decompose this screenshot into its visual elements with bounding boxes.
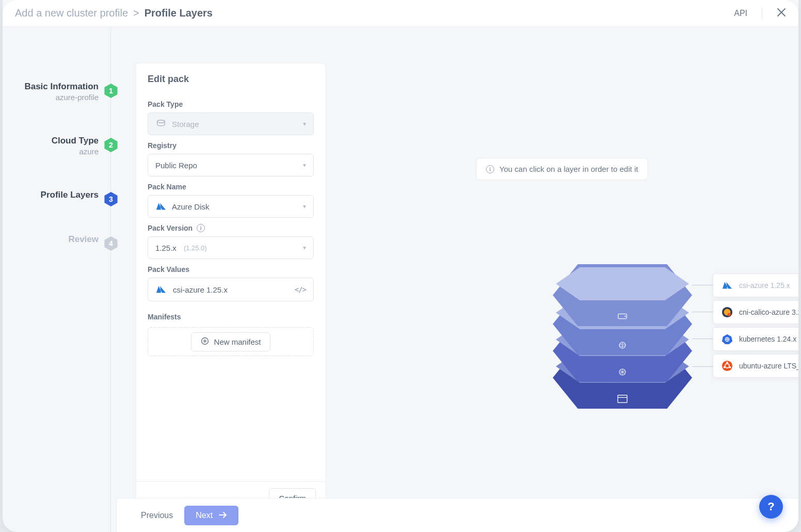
chevron-down-icon: ▾ bbox=[303, 120, 306, 127]
chevron-down-icon: ▾ bbox=[303, 203, 306, 210]
layer-card-kubernetes[interactable]: kubernetes 1.24.x Kubernetes bbox=[713, 327, 798, 351]
svg-point-8 bbox=[624, 316, 626, 317]
hint-chip: i You can click on a layer in order to e… bbox=[476, 158, 648, 180]
calico-icon bbox=[722, 307, 733, 318]
close-icon[interactable] bbox=[777, 8, 786, 19]
ubuntu-icon bbox=[722, 360, 733, 372]
azure-icon bbox=[155, 284, 167, 295]
layer-name: cni-calico-azure 3.24.x bbox=[739, 308, 798, 316]
header-divider bbox=[762, 8, 762, 19]
label-pack-type: Pack Type bbox=[148, 100, 314, 108]
label-pack-name: Pack Name bbox=[148, 183, 314, 191]
step-badge: 4 bbox=[104, 236, 118, 251]
arrow-right-icon bbox=[219, 511, 227, 520]
azure-icon bbox=[722, 280, 733, 291]
storage-icon bbox=[155, 118, 167, 130]
label-pack-values: Pack Values bbox=[148, 265, 314, 273]
disk-icon bbox=[617, 312, 628, 321]
helm-icon bbox=[617, 367, 628, 377]
select-pack-version[interactable]: 1.25.x (1.25.0) ▾ bbox=[148, 236, 314, 259]
layer-name: csi-azure 1.25.x bbox=[739, 281, 790, 289]
select-registry[interactable]: Public Repo ▾ bbox=[148, 154, 314, 176]
select-value: 1.25.x bbox=[155, 244, 177, 252]
info-icon[interactable]: i bbox=[197, 224, 205, 232]
select-pack-name[interactable]: Azure Disk ▾ bbox=[148, 195, 314, 218]
version-hint: (1.25.0) bbox=[184, 244, 207, 252]
label-registry: Registry bbox=[148, 141, 314, 150]
svg-point-11 bbox=[727, 313, 730, 316]
step-cloud-type[interactable]: Cloud Type azure 2 bbox=[3, 136, 117, 156]
layer-name: ubuntu-azure LTS__20.4.x bbox=[739, 362, 798, 370]
question-icon: ? bbox=[767, 500, 774, 513]
label-manifests: Manifests bbox=[148, 313, 314, 321]
layer-card-network[interactable]: cni-calico-azure 3.24.x Network bbox=[713, 300, 798, 324]
manifests-area: New manifest bbox=[148, 327, 314, 356]
select-value: Public Repo bbox=[155, 161, 197, 170]
kubernetes-icon bbox=[722, 333, 733, 345]
stack-layer-storage[interactable] bbox=[553, 264, 692, 326]
next-button[interactable]: Next bbox=[184, 506, 238, 525]
layer-card-os[interactable]: ubuntu-azure LTS__20.4.x OS bbox=[713, 354, 798, 378]
layer-visualization: i You can click on a layer in order to e… bbox=[326, 27, 798, 532]
pack-values-row[interactable]: csi-azure 1.25.x </> bbox=[148, 278, 314, 301]
edit-pack-panel: Edit pack Pack Type Storage ▾ Registry P… bbox=[136, 63, 326, 515]
svg-point-18 bbox=[724, 366, 726, 368]
step-profile-layers[interactable]: Profile Layers 3 bbox=[3, 190, 117, 200]
step-subtitle: azure-profile bbox=[24, 93, 99, 102]
breadcrumb-root[interactable]: Add a new cluster profile bbox=[15, 7, 128, 19]
select-pack-type[interactable]: Storage ▾ bbox=[148, 112, 314, 135]
step-title: Basic Information bbox=[24, 82, 99, 92]
breadcrumb-leaf: Profile Layers bbox=[145, 7, 213, 19]
chevron-down-icon: ▾ bbox=[303, 244, 306, 251]
step-title: Review bbox=[68, 234, 99, 245]
breadcrumb: Add a new cluster profile > Profile Laye… bbox=[15, 7, 213, 19]
chevron-down-icon: ▾ bbox=[303, 162, 306, 169]
step-title: Profile Layers bbox=[41, 190, 99, 200]
layer-card-storage[interactable]: csi-azure 1.25.x Storage bbox=[713, 273, 798, 297]
window-icon bbox=[617, 394, 628, 404]
breadcrumb-sep: > bbox=[133, 7, 139, 19]
pack-value-name: csi-azure 1.25.x bbox=[173, 285, 228, 294]
step-review[interactable]: Review 4 bbox=[3, 234, 117, 245]
wizard-footer: Previous Next bbox=[117, 498, 798, 532]
code-icon[interactable]: </> bbox=[295, 285, 306, 294]
layer-name: kubernetes 1.24.x bbox=[739, 335, 796, 343]
plus-circle-icon bbox=[201, 337, 209, 347]
azure-icon bbox=[155, 201, 167, 212]
step-badge: 1 bbox=[104, 84, 118, 98]
svg-rect-2 bbox=[618, 395, 627, 402]
stepper-line bbox=[110, 27, 111, 532]
modal-header: Add a new cluster profile > Profile Laye… bbox=[3, 0, 798, 27]
info-icon: i bbox=[486, 165, 494, 173]
svg-point-17 bbox=[729, 366, 731, 368]
previous-button[interactable]: Previous bbox=[141, 511, 173, 520]
label-pack-version: Pack Version i bbox=[148, 224, 314, 232]
panel-title: Edit pack bbox=[136, 63, 325, 92]
svg-point-0 bbox=[157, 120, 165, 123]
api-link[interactable]: API bbox=[734, 9, 747, 18]
wizard-stepper: Basic Information azure-profile 1 Cloud … bbox=[3, 27, 117, 532]
step-subtitle: azure bbox=[52, 147, 99, 156]
step-badge: 2 bbox=[104, 138, 118, 152]
step-basic-information[interactable]: Basic Information azure-profile 1 bbox=[3, 82, 117, 102]
svg-point-16 bbox=[726, 362, 728, 364]
new-manifest-button[interactable]: New manifest bbox=[191, 332, 271, 351]
step-title: Cloud Type bbox=[52, 136, 99, 146]
step-badge: 3 bbox=[104, 192, 118, 206]
select-value: Storage bbox=[172, 120, 199, 128]
help-button[interactable]: ? bbox=[759, 495, 783, 519]
select-value: Azure Disk bbox=[172, 202, 210, 211]
globe-icon bbox=[617, 341, 628, 350]
